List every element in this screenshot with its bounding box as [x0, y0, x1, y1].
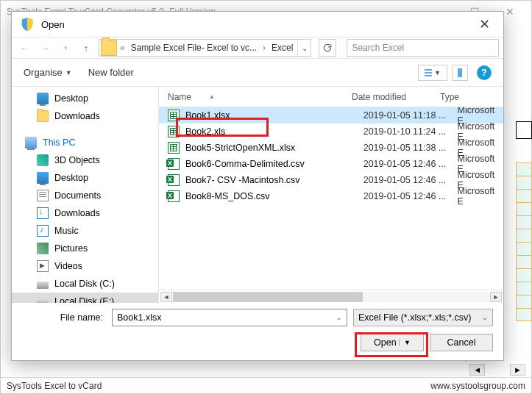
- tree-this-pc[interactable]: This PC: [12, 134, 158, 151]
- up-button[interactable]: ↑: [78, 40, 94, 56]
- col-type[interactable]: Type: [440, 92, 503, 102]
- file-date: 2019-01-05 11:18 ...: [363, 110, 452, 121]
- tree-label: Downloads: [54, 111, 100, 121]
- col-date[interactable]: Date modified: [352, 92, 440, 102]
- chevron-down-icon[interactable]: ▼: [399, 339, 411, 346]
- cancel-button[interactable]: Cancel: [430, 334, 493, 351]
- organise-menu[interactable]: Organise ▼: [24, 67, 72, 78]
- tree-videos[interactable]: Videos: [12, 257, 158, 275]
- tree-label: This PC: [43, 137, 75, 148]
- tree-downloads[interactable]: Downloads: [12, 107, 158, 125]
- forward-button[interactable]: →: [37, 40, 53, 56]
- file-date: 2019-01-05 12:46 ...: [363, 175, 452, 185]
- dialog-titlebar: Open ✕: [12, 12, 503, 37]
- file-list: Name▲ Date modified Type Book1.xlsx2019-…: [159, 87, 503, 303]
- navigation-tree[interactable]: Desktop Downloads This PC 3D Objects Des…: [12, 87, 159, 303]
- folder-icon: [101, 40, 117, 56]
- file-name: Book6-Comma-Delimited.csv: [185, 159, 358, 169]
- list-icon: [425, 69, 432, 76]
- file-name: Book2.xls: [185, 126, 358, 137]
- recent-dropdown[interactable]: ▾: [57, 40, 74, 56]
- dialog-close-button[interactable]: ✕: [473, 13, 496, 35]
- background-scroll: ◄ ►: [469, 364, 525, 376]
- file-row[interactable]: Book2.xls2019-01-10 11:24 ...Microsoft E: [159, 123, 503, 140]
- tree-downloads-2[interactable]: Downloads: [12, 204, 158, 222]
- file-date: 2019-01-05 12:46 ...: [363, 191, 452, 201]
- chevron-down-icon: ▼: [65, 69, 72, 76]
- crumb-1[interactable]: Sample Excel File- Excel to vc...: [127, 40, 261, 56]
- dialog-bottom: File name: Book1.xlsx ⌄ Excel File (*.xl…: [12, 303, 503, 360]
- excel-file-icon: [168, 110, 180, 121]
- tree-label: Desktop: [54, 173, 88, 183]
- file-row[interactable]: Book8-MS_DOS.csv2019-01-05 12:46 ...Micr…: [159, 188, 503, 204]
- file-rows: Book1.xlsx2019-01-05 11:18 ...Microsoft …: [159, 107, 503, 290]
- file-name: Book8-MS_DOS.csv: [185, 191, 358, 201]
- view-mode-button[interactable]: ▼: [418, 65, 447, 81]
- filename-value: Book1.xlsx: [117, 312, 161, 323]
- tree-documents[interactable]: Documents: [12, 187, 158, 204]
- col-name[interactable]: Name: [168, 92, 191, 102]
- organise-label: Organise: [24, 67, 63, 78]
- filename-input[interactable]: Book1.xlsx ⌄: [112, 309, 347, 326]
- scroll-thumb[interactable]: [173, 292, 363, 302]
- excel-csv-icon: [168, 158, 180, 170]
- scroll-right-icon[interactable]: ►: [490, 292, 502, 302]
- dialog-body: Desktop Downloads This PC 3D Objects Des…: [12, 87, 503, 303]
- tree-desktop[interactable]: Desktop: [12, 90, 158, 107]
- tree-label: Documents: [54, 190, 101, 201]
- open-label: Open: [374, 337, 397, 348]
- crumb-2[interactable]: Excel: [267, 40, 297, 56]
- breadcrumb-dropdown[interactable]: ⌄: [297, 40, 311, 56]
- tree-local-disk-c[interactable]: Local Disk (C:): [12, 275, 158, 293]
- breadcrumb[interactable]: « Sample Excel File- Excel to vc... › Ex…: [99, 39, 311, 57]
- scroll-right-icon[interactable]: ►: [510, 364, 525, 376]
- tree-label: Local Disk (C:): [54, 279, 115, 289]
- scroll-track[interactable]: [173, 292, 489, 302]
- crumb-sep[interactable]: «: [118, 40, 127, 56]
- scroll-left-icon[interactable]: ◄: [469, 364, 485, 376]
- excel-csv-icon: [168, 174, 180, 186]
- sort-asc-icon: ▲: [209, 93, 215, 100]
- new-folder-button[interactable]: New folder: [88, 67, 134, 78]
- disk-icon: [37, 282, 49, 289]
- refresh-button[interactable]: [319, 39, 336, 57]
- open-button[interactable]: Open ▼: [361, 334, 424, 351]
- scroll-left-icon[interactable]: ◄: [160, 292, 172, 302]
- horizontal-scrollbar[interactable]: ◄ ►: [159, 290, 503, 303]
- tree-label: Downloads: [54, 208, 100, 218]
- tree-desktop-2[interactable]: Desktop: [12, 169, 158, 187]
- preview-icon: [458, 68, 462, 77]
- dialog-toolbar: Organise ▼ New folder ▼ ?: [12, 59, 503, 87]
- tree-3d-objects[interactable]: 3D Objects: [12, 151, 158, 169]
- videos-icon: [37, 260, 49, 272]
- tree-label: 3D Objects: [54, 155, 100, 165]
- pictures-icon: [37, 243, 49, 254]
- file-date: 2019-01-05 11:38 ...: [363, 143, 452, 153]
- search-input[interactable]: Search Excel: [347, 39, 499, 57]
- open-dialog: Open ✕ ← → ▾ ↑ « Sample Excel File- Exce…: [11, 11, 504, 361]
- file-row[interactable]: Book6-Comma-Delimited.csv2019-01-05 12:4…: [159, 156, 503, 172]
- tree-music[interactable]: Music: [12, 222, 158, 240]
- file-list-header[interactable]: Name▲ Date modified Type: [159, 87, 503, 107]
- refresh-icon: [322, 43, 333, 53]
- navigation-bar: ← → ▾ ↑ « Sample Excel File- Excel to vc…: [12, 37, 503, 59]
- music-icon: [37, 225, 49, 237]
- chevron-down-icon[interactable]: ⌄: [336, 314, 342, 321]
- file-type-select[interactable]: Excel File (*.xlsx;*.xls;*.csv) ⌄: [353, 309, 493, 326]
- help-button[interactable]: ?: [477, 65, 492, 80]
- file-row[interactable]: Book1.xlsx2019-01-05 11:18 ...Microsoft …: [159, 107, 503, 123]
- excel-file-icon: [168, 142, 180, 154]
- desktop-icon: [37, 93, 49, 104]
- excel-csv-icon: [168, 190, 180, 202]
- file-row[interactable]: Book7- CSV -Macintosh.csv2019-01-05 12:4…: [159, 172, 503, 188]
- shield-icon: [19, 16, 35, 32]
- file-type: Microsoft E: [458, 186, 503, 207]
- tree-local-disk-e[interactable]: Local Disk (E:): [12, 293, 158, 303]
- file-row[interactable]: Book5-StrictOpenXML.xlsx2019-01-05 11:38…: [159, 140, 503, 156]
- tree-pictures[interactable]: Pictures: [12, 240, 158, 257]
- file-date: 2019-01-10 11:24 ...: [363, 126, 452, 137]
- folder-icon: [37, 110, 49, 122]
- preview-pane-button[interactable]: [452, 65, 468, 81]
- background-grid: [516, 162, 532, 321]
- back-button[interactable]: ←: [16, 40, 32, 56]
